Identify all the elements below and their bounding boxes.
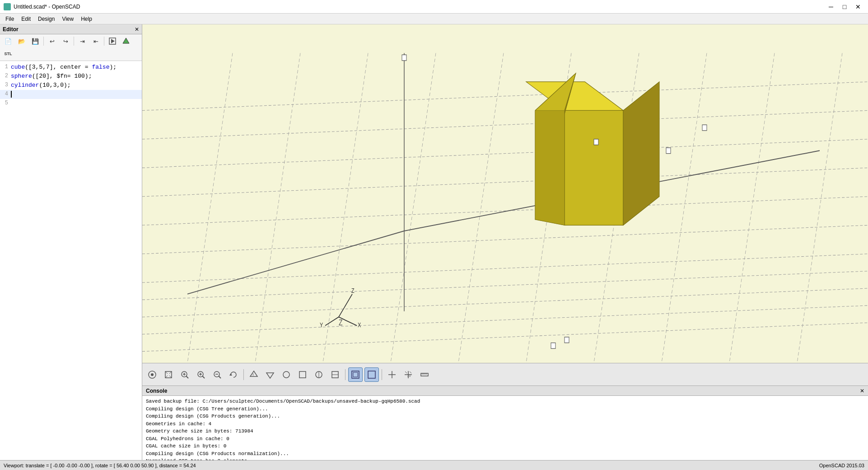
- svg-text:10: 10: [407, 374, 411, 377]
- line-content-3: cylinder(10,3,0);: [11, 81, 142, 90]
- svg-rect-46: [551, 343, 555, 349]
- view-left-button[interactable]: [279, 367, 294, 382]
- svg-line-63: [219, 376, 221, 378]
- close-button[interactable]: ✕: [852, 2, 864, 12]
- viewport-toolbar: T: [142, 363, 868, 385]
- code-editor[interactable]: 1 cube([3,5,7], center = false); 2 spher…: [0, 61, 142, 460]
- toolbar-sep-2: [74, 37, 74, 46]
- toolbar-sep-3: [104, 37, 104, 46]
- render-button[interactable]: [120, 35, 132, 47]
- editor-panel: Editor ✕ 📄 📂 💾 ↩ ↪ ⇥ ⇤ STL 1: [0, 24, 142, 460]
- viewport-area: Z: [142, 24, 868, 385]
- status-right: OpenSCAD 2015.03: [819, 463, 864, 468]
- undo-button[interactable]: ↩: [46, 35, 58, 47]
- menu-edit[interactable]: Edit: [18, 15, 34, 23]
- zoom-in-button[interactable]: [194, 367, 208, 382]
- svg-rect-3: [142, 24, 868, 363]
- svg-marker-29: [565, 110, 623, 225]
- axes-button[interactable]: [385, 367, 399, 382]
- view-sep-3: [382, 369, 382, 380]
- line-content-1: cube([3,5,7], center = false);: [11, 63, 142, 72]
- view-right-button[interactable]: [312, 367, 326, 382]
- ruler-button[interactable]: [417, 367, 432, 382]
- toolbar-sep-1: [43, 37, 44, 46]
- line-number-2: 2: [0, 72, 11, 80]
- unindent-button[interactable]: ⇤: [89, 35, 102, 47]
- svg-point-69: [283, 371, 289, 378]
- line-number-1: 1: [0, 63, 11, 71]
- code-line-1: 1 cube([3,5,7], center = false);: [0, 63, 142, 72]
- menu-design[interactable]: Design: [34, 15, 58, 23]
- console-content[interactable]: Saved backup file: C:/Users/sculptec/Doc…: [142, 396, 868, 460]
- svg-rect-85: [421, 373, 428, 376]
- line-number-4: 4: [0, 90, 11, 98]
- code-line-5: 5: [0, 99, 142, 108]
- svg-rect-77: [368, 371, 375, 378]
- new-file-button[interactable]: 📄: [2, 35, 14, 47]
- console-close-button[interactable]: ✕: [860, 388, 864, 394]
- svg-marker-34: [535, 110, 565, 225]
- 3d-scene: Z: [142, 24, 868, 363]
- svg-text:Z: Z: [351, 287, 355, 295]
- svg-rect-70: [299, 371, 306, 378]
- title-bar: Untitled.scad* - OpenSCAD ─ □ ✕: [0, 0, 868, 14]
- editor-close-button[interactable]: ✕: [135, 27, 139, 32]
- viewport-3d[interactable]: Z: [142, 24, 868, 363]
- open-file-button[interactable]: 📂: [15, 35, 28, 47]
- console-line: Geometry cache size in bytes: 713984: [146, 428, 864, 435]
- line-number-5: 5: [0, 99, 11, 107]
- console-line: Saved backup file: C:/Users/sculptec/Doc…: [146, 398, 864, 405]
- export-stl-button[interactable]: STL: [2, 48, 14, 60]
- menu-help[interactable]: Help: [77, 15, 96, 23]
- zoom-out-button[interactable]: [210, 367, 224, 382]
- view-top-button[interactable]: T: [247, 367, 261, 382]
- editor-title: Editor: [3, 26, 19, 33]
- indent-button[interactable]: ⇥: [76, 35, 89, 47]
- svg-rect-42: [594, 139, 598, 145]
- console-header: Console ✕: [142, 386, 868, 396]
- svg-rect-76: [353, 372, 358, 377]
- status-left: Viewport: translate = [ -0.00 -0.00 -0.0…: [4, 463, 196, 468]
- svg-rect-41: [402, 55, 406, 61]
- view-sep-1: [243, 369, 244, 380]
- console-line: Compiling design (CSG Tree generation)..…: [146, 405, 864, 413]
- console-line: CGAL cache size in bytes: 0: [146, 442, 864, 450]
- main-area: Editor ✕ 📄 📂 💾 ↩ ↪ ⇥ ⇤ STL 1: [0, 24, 868, 460]
- svg-rect-45: [565, 337, 569, 343]
- menu-view[interactable]: View: [58, 15, 77, 23]
- zoom-all-button[interactable]: [177, 367, 192, 382]
- minimize-button[interactable]: ─: [825, 2, 837, 12]
- orthographic-button[interactable]: [348, 367, 363, 382]
- fullscreen-button[interactable]: [364, 367, 379, 382]
- svg-rect-75: [352, 371, 359, 378]
- right-panel: Z: [142, 24, 868, 460]
- console-line: CGAL Polyhedrons in cache: 0: [146, 435, 864, 443]
- view-front-button[interactable]: [295, 367, 310, 382]
- svg-text:Z: Z: [339, 319, 343, 327]
- title-bar-left: Untitled.scad* - OpenSCAD: [4, 3, 80, 10]
- svg-point-48: [151, 373, 154, 376]
- view-bottom-button[interactable]: [263, 367, 277, 382]
- menu-file[interactable]: File: [2, 15, 18, 23]
- rotate-button[interactable]: [226, 367, 241, 382]
- crosshairs-button[interactable]: 10: [401, 367, 415, 382]
- code-line-4: 4: [0, 90, 142, 99]
- view-back-button[interactable]: [328, 367, 342, 382]
- view-sep-2: [345, 369, 345, 380]
- console-title: Console: [146, 388, 167, 394]
- app-icon: [4, 3, 11, 10]
- svg-line-55: [186, 376, 188, 378]
- reset-view-button[interactable]: [145, 367, 159, 382]
- svg-line-59: [202, 376, 205, 378]
- save-file-button[interactable]: 💾: [29, 35, 42, 47]
- maximize-button[interactable]: □: [838, 2, 851, 12]
- status-bar: Viewport: translate = [ -0.00 -0.00 -0.0…: [0, 460, 868, 470]
- svg-marker-2: [123, 38, 129, 43]
- code-line-2: 2 sphere([20], $fn= 100);: [0, 72, 142, 81]
- console-line: Geometries in cache: 4: [146, 420, 864, 428]
- perspective-view-button[interactable]: [161, 367, 176, 382]
- svg-rect-43: [666, 148, 671, 154]
- preview-button[interactable]: [106, 35, 119, 47]
- console-line: Compiling design (CSG Products normaliza…: [146, 450, 864, 458]
- redo-button[interactable]: ↪: [59, 35, 72, 47]
